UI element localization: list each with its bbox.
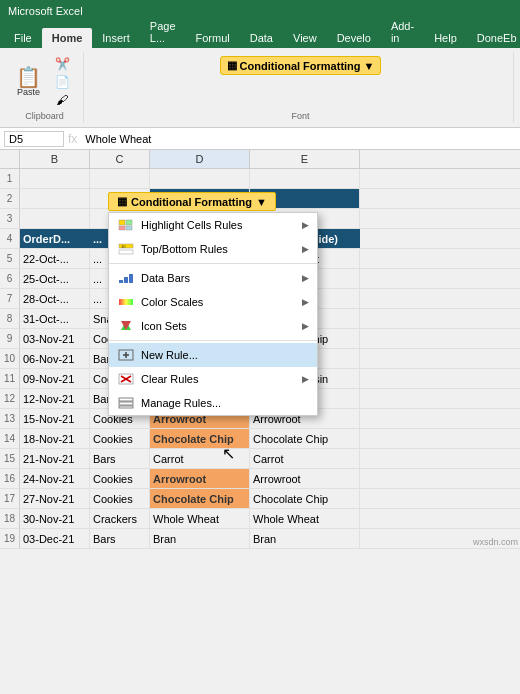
cf-menu-item-data-bars[interactable]: Data Bars ▶ — [109, 266, 317, 290]
tab-pagelayout[interactable]: Page L... — [140, 16, 186, 48]
cell-d19[interactable]: Bran — [150, 529, 250, 548]
cell-c2[interactable] — [90, 189, 150, 208]
cell-d16[interactable]: Arrowroot — [150, 469, 250, 488]
cell-d17[interactable]: Chocolate Chip — [150, 489, 250, 508]
data-bars-icon — [117, 271, 135, 285]
cell-c16[interactable]: Cookies — [90, 469, 150, 488]
cell-b5[interactable]: 22-Oct-... — [20, 249, 90, 268]
cell-b6[interactable]: 25-Oct-... — [20, 269, 90, 288]
clear-rules-chevron: ▶ — [302, 374, 309, 384]
cell-d1[interactable] — [150, 169, 250, 188]
cell-c19[interactable]: Bars — [90, 529, 150, 548]
row-number: 11 — [0, 369, 20, 388]
cf-menu-item-icon-sets[interactable]: Icon Sets ▶ — [109, 314, 317, 338]
tab-file[interactable]: File — [4, 28, 42, 48]
cf-menu-item-color-scales[interactable]: Color Scales ▶ — [109, 290, 317, 314]
svg-rect-1 — [126, 220, 132, 225]
cell-e17[interactable]: Chocolate Chip — [250, 489, 360, 508]
row-number: 18 — [0, 509, 20, 528]
cf-item-left: 10 Top/Bottom Rules — [117, 242, 228, 256]
column-headers: B C D E — [0, 150, 520, 169]
row-number: 13 — [0, 409, 20, 428]
cell-b7[interactable]: 28-Oct-... — [20, 289, 90, 308]
manage-rules-icon — [117, 396, 135, 410]
icon-sets-icon — [117, 319, 135, 333]
cell-c17[interactable]: Cookies — [90, 489, 150, 508]
cf-item-left: Data Bars — [117, 271, 190, 285]
tab-formulas[interactable]: Formul — [186, 28, 240, 48]
cell-e16[interactable]: Arrowroot — [250, 469, 360, 488]
color-scales-icon — [117, 295, 135, 309]
svg-text:10: 10 — [121, 244, 126, 249]
cell-d2[interactable]: Conditional Formatting — [150, 189, 250, 208]
cell-c18[interactable]: Crackers — [90, 509, 150, 528]
top-bottom-svg: 10 — [118, 243, 134, 255]
cf-menu-item-clear-rules[interactable]: Clear Rules ▶ — [109, 367, 317, 391]
tab-insert[interactable]: Insert — [92, 28, 140, 48]
cell-b3[interactable] — [20, 209, 90, 228]
tab-developer[interactable]: Develo — [327, 28, 381, 48]
cf-menu-item-manage-rules[interactable]: Manage Rules... — [109, 391, 317, 415]
cell-e1[interactable] — [250, 169, 360, 188]
col-header-b[interactable]: B — [20, 150, 90, 168]
tab-doneeb[interactable]: DoneEb — [467, 28, 520, 48]
cell-reference-input[interactable] — [4, 131, 64, 147]
font-label: Font — [291, 109, 309, 121]
conditional-formatting-ribbon-btn[interactable]: ▦ Conditional Formatting ▼ — [220, 56, 382, 75]
format-painter-icon: 🖌 — [56, 93, 68, 107]
cell-b15[interactable]: 21-Nov-21 — [20, 449, 90, 468]
cell-b13[interactable]: 15-Nov-21 — [20, 409, 90, 428]
title-bar: Microsoft Excel — [0, 0, 520, 22]
tab-view[interactable]: View — [283, 28, 327, 48]
col-header-d[interactable]: D — [150, 150, 250, 168]
cell-b4[interactable]: OrderD... — [20, 229, 90, 248]
cell-e18[interactable]: Whole Wheat — [250, 509, 360, 528]
table-row: 14 18-Nov-21 Cookies Chocolate Chip Choc… — [0, 429, 520, 449]
cell-e14[interactable]: Chocolate Chip — [250, 429, 360, 448]
copy-button[interactable]: 📄 — [47, 74, 77, 90]
col-header-c[interactable]: C — [90, 150, 150, 168]
format-painter-button[interactable]: 🖌 — [47, 92, 77, 108]
new-rule-label: New Rule... — [141, 349, 198, 361]
tab-addins[interactable]: Add-in — [381, 16, 424, 48]
tab-data[interactable]: Data — [240, 28, 283, 48]
tab-help[interactable]: Help — [424, 28, 467, 48]
cell-d18[interactable]: Whole Wheat — [150, 509, 250, 528]
cell-e15[interactable]: Carrot — [250, 449, 360, 468]
cell-e19[interactable]: Bran — [250, 529, 360, 548]
cf-menu-item-top-bottom[interactable]: 10 Top/Bottom Rules ▶ — [109, 237, 317, 261]
cut-button[interactable]: ✂️ — [47, 56, 77, 72]
ribbon-group-clipboard: 📋 Paste ✂️ 📄 🖌 Clipboard — [6, 52, 84, 123]
cell-b18[interactable]: 30-Nov-21 — [20, 509, 90, 528]
paste-button[interactable]: 📋 Paste — [12, 65, 45, 99]
cell-b19[interactable]: 03-Dec-21 — [20, 529, 90, 548]
row-number: 14 — [0, 429, 20, 448]
cell-b12[interactable]: 12-Nov-21 — [20, 389, 90, 408]
cell-b17[interactable]: 27-Nov-21 — [20, 489, 90, 508]
data-bars-svg — [118, 272, 134, 284]
new-rule-svg — [118, 349, 134, 361]
cell-c14[interactable]: Cookies — [90, 429, 150, 448]
cell-b16[interactable]: 24-Nov-21 — [20, 469, 90, 488]
cell-b8[interactable]: 31-Oct-... — [20, 309, 90, 328]
ribbon-bar: 📋 Paste ✂️ 📄 🖌 Clipboard ▦ — [0, 48, 520, 128]
tab-home[interactable]: Home — [42, 28, 93, 48]
cell-b11[interactable]: 09-Nov-21 — [20, 369, 90, 388]
cell-c15[interactable]: Bars — [90, 449, 150, 468]
cell-b10[interactable]: 06-Nov-21 — [20, 349, 90, 368]
cell-b2[interactable] — [20, 189, 90, 208]
cf-menu-item-highlight-cells[interactable]: Highlight Cells Rules ▶ — [109, 213, 317, 237]
cf-menu-item-new-rule[interactable]: New Rule... — [109, 343, 317, 367]
cell-b9[interactable]: 03-Nov-21 — [20, 329, 90, 348]
cell-e2[interactable] — [250, 189, 360, 208]
cell-d15[interactable]: Carrot — [150, 449, 250, 468]
cf-dropdown-menu[interactable]: Highlight Cells Rules ▶ 10 Top/Bottom Ru… — [108, 212, 318, 416]
cell-b1[interactable] — [20, 169, 90, 188]
cell-d14[interactable]: Chocolate Chip — [150, 429, 250, 448]
row-number: 4 — [0, 229, 20, 248]
formula-input[interactable] — [81, 132, 516, 146]
cell-b14[interactable]: 18-Nov-21 — [20, 429, 90, 448]
col-header-e[interactable]: E — [250, 150, 360, 168]
cf-item-left: New Rule... — [117, 348, 198, 362]
cell-c1[interactable] — [90, 169, 150, 188]
